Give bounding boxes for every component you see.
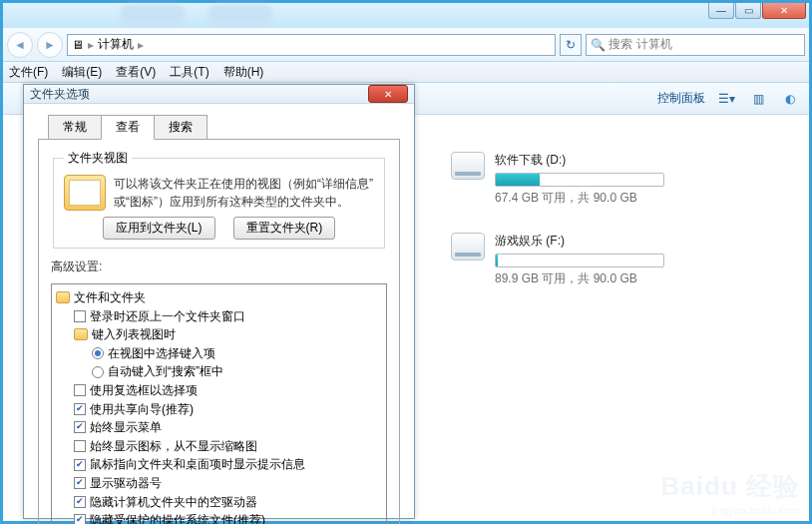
maximize-button[interactable]: ▭ (735, 3, 761, 19)
tree-item[interactable]: 使用复选框以选择项 (74, 381, 382, 400)
tab-view-page: 文件夹视图 可以将该文件夹正在使用的视图（例如“详细信息”或“图标”）应用到所有… (38, 139, 400, 524)
dialog-title: 文件夹选项 (30, 86, 90, 103)
folder-options-dialog: 文件夹选项 ✕ 常规 查看 搜索 文件夹视图 可以将该文件夹正在使用的视图（例如… (23, 84, 415, 519)
computer-icon: 🖥 (72, 38, 84, 52)
checkbox-icon[interactable] (74, 459, 86, 471)
tree-item-label: 始终显示图标，从不显示缩略图 (90, 437, 257, 456)
tree-item[interactable]: 显示驱动器号 (74, 474, 382, 493)
folder-icon (74, 328, 88, 340)
tree-item-label: 显示驱动器号 (90, 474, 162, 493)
tree-item[interactable]: 鼠标指向文件夹和桌面项时显示提示信息 (74, 455, 382, 474)
advanced-settings-label: 高级设置: (51, 259, 387, 275)
watermark: Baidu 经验 jingyan.baidu.com (661, 469, 800, 516)
watermark-url: jingyan.baidu.com (661, 504, 800, 516)
watermark-logo: Baidu 经验 (661, 469, 800, 504)
view-options-icon[interactable]: ☰▾ (715, 88, 737, 110)
tree-item[interactable]: 登录时还原上一个文件夹窗口 (74, 307, 382, 326)
control-panel-link[interactable]: 控制面板 (657, 90, 705, 107)
advanced-settings-tree[interactable]: 文件和文件夹登录时还原上一个文件夹窗口键入列表视图时在视图中选择键入项自动键入到… (51, 283, 387, 524)
folder-icon (64, 175, 106, 211)
help-icon[interactable]: ◐ (779, 88, 801, 110)
checkbox-icon[interactable] (74, 440, 86, 452)
folder-icon (56, 291, 70, 303)
breadcrumb[interactable]: 计算机 (98, 36, 134, 53)
blur-deco (121, 5, 185, 25)
preview-pane-icon[interactable]: ▥ (747, 88, 769, 110)
drive-list: 软件下载 (D:) 67.4 GB 可用，共 90.0 GB 游戏娱乐 (F:)… (435, 118, 806, 518)
refresh-button[interactable]: ↻ (560, 34, 582, 56)
tree-item[interactable]: 隐藏计算机文件夹中的空驱动器 (74, 493, 382, 512)
menu-edit[interactable]: 编辑(E) (62, 64, 102, 81)
tree-item[interactable]: 始终显示菜单 (74, 418, 382, 437)
tab-search[interactable]: 搜索 (154, 115, 207, 140)
tree-item[interactable]: 隐藏受保护的操作系统文件(推荐) (74, 511, 382, 524)
close-button[interactable]: ✕ (762, 3, 806, 19)
view-description: 可以将该文件夹正在使用的视图（例如“详细信息”或“图标”）应用到所有这种类型的文… (114, 175, 374, 211)
drive-space: 67.4 GB 可用，共 90.0 GB (495, 190, 790, 207)
checkbox-icon[interactable] (74, 403, 86, 415)
tree-item[interactable]: 使用共享向导(推荐) (74, 400, 382, 419)
search-input[interactable]: 🔍 搜索 计算机 (586, 34, 805, 56)
drive-item[interactable]: 游戏娱乐 (F:) 89.9 GB 可用，共 90.0 GB (451, 233, 790, 287)
menu-view[interactable]: 查看(V) (116, 64, 156, 81)
tree-item-label: 鼠标指向文件夹和桌面项时显示提示信息 (90, 455, 305, 474)
address-bar[interactable]: 🖥 ▸ 计算机 ▸ (67, 34, 556, 56)
tree-item[interactable]: 自动键入到“搜索”框中 (92, 362, 382, 381)
checkbox-icon[interactable] (74, 496, 86, 508)
checkbox-icon[interactable] (74, 514, 86, 524)
blur-deco (208, 5, 272, 25)
chevron-right-icon: ▸ (138, 38, 144, 52)
tree-root-label: 文件和文件夹 (74, 288, 146, 307)
drive-icon (451, 152, 485, 180)
reset-folders-button[interactable]: 重置文件夹(R) (233, 217, 336, 240)
drive-icon (451, 233, 485, 261)
forward-button[interactable]: ► (37, 32, 63, 58)
minimize-button[interactable]: — (708, 3, 734, 19)
apply-to-folders-button[interactable]: 应用到文件夹(L) (103, 217, 215, 240)
back-button[interactable]: ◄ (7, 32, 33, 58)
tabstrip: 常规 查看 搜索 (48, 114, 400, 139)
tree-item-label: 在视图中选择键入项 (108, 344, 215, 363)
tree-item-label: 隐藏计算机文件夹中的空驱动器 (90, 493, 257, 512)
tab-general[interactable]: 常规 (48, 115, 102, 140)
tree-item-label: 键入列表视图时 (92, 325, 176, 344)
tree-item-label: 登录时还原上一个文件夹窗口 (90, 307, 245, 326)
checkbox-icon[interactable] (74, 477, 86, 489)
chevron-right-icon: ▸ (88, 38, 94, 52)
group-legend: 文件夹视图 (64, 150, 132, 167)
tree-item[interactable]: 键入列表视图时 (74, 325, 382, 344)
tree-item-label: 自动键入到“搜索”框中 (108, 362, 223, 381)
drive-name: 游戏娱乐 (F:) (495, 233, 790, 250)
drive-usage-bar (495, 254, 664, 267)
tree-item-label: 使用共享向导(推荐) (90, 400, 194, 419)
menu-file[interactable]: 文件(F) (9, 64, 48, 81)
tree-item[interactable]: 始终显示图标，从不显示缩略图 (74, 437, 382, 456)
drive-item[interactable]: 软件下载 (D:) 67.4 GB 可用，共 90.0 GB (451, 152, 790, 207)
checkbox-icon[interactable] (74, 310, 86, 322)
tab-view[interactable]: 查看 (101, 115, 155, 140)
tree-item-label: 隐藏受保护的操作系统文件(推荐) (90, 511, 265, 524)
search-placeholder: 搜索 计算机 (609, 36, 671, 53)
dialog-titlebar: 文件夹选项 ✕ (24, 85, 414, 104)
tree-item-label: 使用复选框以选择项 (90, 381, 198, 400)
folder-views-group: 文件夹视图 可以将该文件夹正在使用的视图（例如“详细信息”或“图标”）应用到所有… (53, 150, 385, 249)
checkbox-icon[interactable] (74, 421, 86, 433)
radio-icon[interactable] (92, 347, 104, 359)
dialog-close-button[interactable]: ✕ (368, 85, 408, 103)
tree-item[interactable]: 在视图中选择键入项 (92, 344, 382, 363)
drive-name: 软件下载 (D:) (495, 152, 790, 169)
search-icon: 🔍 (591, 38, 606, 52)
radio-icon[interactable] (92, 366, 104, 378)
navbar: ◄ ► 🖥 ▸ 计算机 ▸ ↻ 🔍 搜索 计算机 (3, 28, 809, 62)
checkbox-icon[interactable] (74, 384, 86, 396)
drive-space: 89.9 GB 可用，共 90.0 GB (495, 270, 790, 287)
menu-help[interactable]: 帮助(H) (223, 64, 264, 81)
menu-bar: 文件(F) 编辑(E) 查看(V) 工具(T) 帮助(H) (3, 62, 809, 83)
drive-usage-bar (495, 173, 664, 187)
tree-item-label: 始终显示菜单 (90, 418, 162, 437)
menu-tools[interactable]: 工具(T) (170, 64, 208, 81)
